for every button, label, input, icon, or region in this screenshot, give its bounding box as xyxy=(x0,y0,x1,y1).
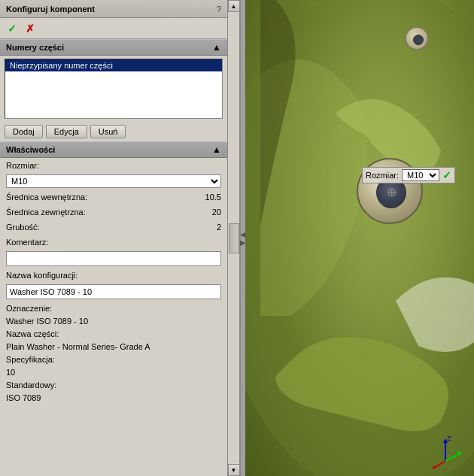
comment-label: Komentarz: xyxy=(6,238,48,247)
config-name-input[interactable] xyxy=(6,284,221,299)
z-axis-label: Z xyxy=(447,435,451,442)
outer-diameter-label: Średnica zewnętrzna: xyxy=(6,208,86,217)
part-name-value: Plain Washer - Normal Series- Grade A xyxy=(0,341,227,352)
thickness-row: Grubość: 2 xyxy=(0,220,227,235)
add-button[interactable]: Dodaj xyxy=(5,125,43,138)
size-label-row: Rozmiar: xyxy=(0,158,227,173)
config-name-input-row xyxy=(0,283,227,301)
top-washer-inner xyxy=(413,35,424,45)
axes-indicator: Z xyxy=(429,435,463,468)
inner-diameter-row: Średnica wewnętrzna: 10.5 xyxy=(0,189,227,205)
size-overlay-confirm[interactable]: ✓ xyxy=(442,169,451,181)
scrollbar-thumb[interactable] xyxy=(229,223,239,253)
part-number-item[interactable]: Nieprzypisany numer części xyxy=(5,59,222,71)
comment-input-row xyxy=(0,250,227,268)
size-overlay-select[interactable]: M10 M6 M8 M12 xyxy=(402,169,439,181)
scrollbar-down-arrow[interactable]: ▼ xyxy=(228,464,240,476)
part-numbers-list[interactable]: Nieprzypisany numer części xyxy=(5,59,223,119)
confirm-button[interactable]: ✓ xyxy=(5,21,20,36)
part-numbers-buttons: Dodaj Edycja Usuń xyxy=(0,122,227,141)
size-select-row: M10 M6 M8 M12 M16 xyxy=(0,173,227,189)
designation-label-row: Oznaczenie: xyxy=(0,301,227,316)
top-washer-assembly xyxy=(405,26,429,50)
size-overlay-label: Rozmiar: xyxy=(366,171,399,180)
part-name-label-row: Nazwa części: xyxy=(0,326,227,341)
svg-line-2 xyxy=(445,453,460,461)
properties-title: Właściwości xyxy=(6,145,55,154)
standard-value: ISO 7089 xyxy=(0,393,227,403)
size-label: Rozmiar: xyxy=(6,161,39,170)
part-numbers-header: Numery części ▲ xyxy=(0,39,227,56)
properties-collapse-btn[interactable]: ▲ xyxy=(212,144,221,155)
part-name-label: Nazwa części: xyxy=(6,329,59,338)
outer-diameter-value: 20 xyxy=(212,208,221,217)
specification-label-row: Specyfikacja: xyxy=(0,352,227,367)
left-panel-scrollbar[interactable]: ▲ ▼ xyxy=(227,0,239,476)
part-numbers-section: Numery części ▲ Nieprzypisany numer częś… xyxy=(0,39,227,141)
thickness-label: Grubość: xyxy=(6,223,40,232)
standard-label-row: Standardowy: xyxy=(0,377,227,393)
properties-section: Właściwości ▲ Rozmiar: M10 M6 M8 M12 M16 xyxy=(0,141,227,476)
3d-viewport: ⊕ Rozmiar: M10 M6 M8 M12 ✓ Z xyxy=(245,0,474,476)
title-bar: Konfiguruj komponent ? xyxy=(0,0,227,18)
cancel-button[interactable]: ✗ xyxy=(23,21,38,36)
size-select[interactable]: M10 M6 M8 M12 M16 xyxy=(6,174,221,188)
scrollbar-up-arrow[interactable]: ▲ xyxy=(228,0,240,12)
size-overlay: Rozmiar: M10 M6 M8 M12 ✓ xyxy=(362,167,455,183)
inner-diameter-value: 10.5 xyxy=(205,193,221,202)
screw-cross: ⊕ xyxy=(387,186,397,199)
comment-input[interactable] xyxy=(6,251,221,266)
help-button[interactable]: ? xyxy=(217,5,221,14)
designation-label: Oznaczenie: xyxy=(6,304,52,313)
properties-header: Właściwości ▲ xyxy=(0,141,227,158)
top-washer-outer xyxy=(405,26,429,50)
window-title: Konfiguruj komponent xyxy=(6,5,95,14)
config-name-label: Nazwa konfiguracji: xyxy=(6,271,77,280)
outer-diameter-row: Średnica zewnętrzna: 20 xyxy=(0,205,227,220)
edit-button[interactable]: Edycja xyxy=(46,125,87,138)
comment-label-row: Komentarz: xyxy=(0,235,227,250)
standard-label: Standardowy: xyxy=(6,380,56,390)
delete-button[interactable]: Usuń xyxy=(90,125,126,138)
part-numbers-title: Numery części xyxy=(6,43,64,52)
part-numbers-collapse-btn[interactable]: ▲ xyxy=(212,42,221,53)
designation-value: Washer ISO 7089 - 10 xyxy=(0,316,227,326)
specification-label: Specyfikacja: xyxy=(6,355,55,364)
toolbar: ✓ ✗ xyxy=(0,18,227,39)
3d-scene-svg xyxy=(245,0,474,476)
config-name-label-row: Nazwa konfiguracji: xyxy=(0,268,227,283)
left-panel: Konfiguruj komponent ? ✓ ✗ Numery części… xyxy=(0,0,241,476)
inner-diameter-label: Średnica wewnętrzna: xyxy=(6,193,87,202)
thickness-value: 2 xyxy=(217,223,221,232)
specification-value: 10 xyxy=(0,367,227,377)
